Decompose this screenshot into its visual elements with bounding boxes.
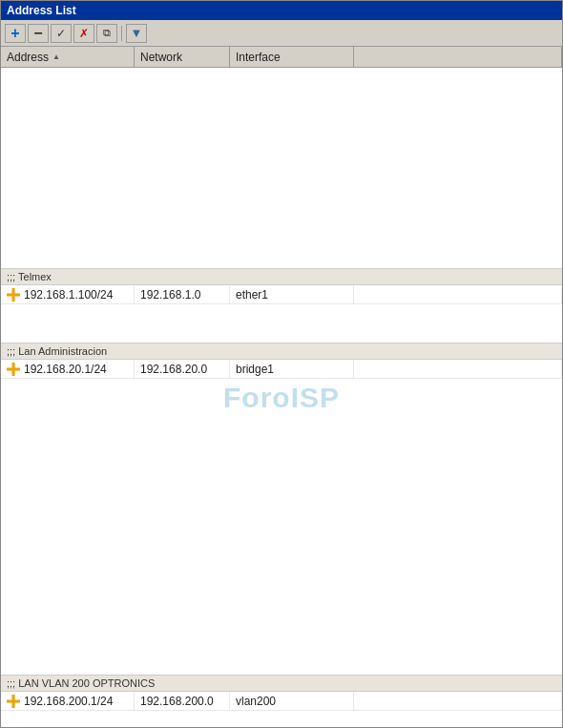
row-plus-icon	[7, 363, 20, 376]
column-header-extra	[354, 47, 562, 67]
cell-network: 192.168.200.0	[135, 692, 230, 710]
network-value: 192.168.20.0	[140, 363, 207, 376]
section-label-lan-vlan: ;;; LAN VLAN 200 OPTRONICS	[7, 677, 155, 689]
x-icon: ✗	[79, 27, 89, 40]
remove-icon: −	[33, 26, 42, 41]
cell-network: 192.168.1.0	[135, 285, 230, 303]
table-body: ForoISP ;;; Telmex 192.168.1.100/24 192.…	[1, 68, 562, 727]
interface-value: ether1	[236, 288, 268, 302]
network-value: 192.168.1.0	[140, 288, 200, 302]
cell-interface: bridge1	[230, 360, 354, 378]
address-value: 192.168.200.1/24	[24, 695, 113, 708]
cell-address: 192.168.20.1/24	[1, 360, 135, 378]
copy-icon: ⧉	[103, 27, 111, 39]
cell-interface: vlan200	[230, 692, 354, 710]
table-row[interactable]: 192.168.20.1/24 192.168.20.0 bridge1	[1, 360, 562, 379]
section-label-telmex: ;;; Telmex	[7, 271, 52, 282]
cell-address: 192.168.1.100/24	[1, 285, 135, 303]
add-button[interactable]: +	[5, 24, 26, 43]
network-column-label: Network	[140, 51, 182, 64]
filter-button[interactable]: ▼	[126, 24, 147, 43]
enable-button[interactable]: ✓	[51, 24, 72, 43]
address-value: 192.168.1.100/24	[24, 288, 113, 302]
title-bar: Address List	[1, 1, 562, 20]
cell-network: 192.168.20.0	[135, 360, 230, 378]
empty-space-mid2	[1, 379, 562, 675]
empty-space-top	[1, 68, 562, 268]
cell-address: 192.168.200.1/24	[1, 692, 135, 710]
check-icon: ✓	[56, 27, 66, 40]
column-header-address[interactable]: Address ▲	[1, 47, 135, 67]
address-list-window: Address List + − ✓ ✗ ⧉ ▼ Address ▲	[0, 0, 563, 728]
table-content: Address ▲ Network Interface ForoISP ;;; …	[1, 47, 562, 727]
add-icon: +	[10, 26, 19, 41]
interface-column-label: Interface	[236, 51, 281, 64]
section-header-lan-vlan: ;;; LAN VLAN 200 OPTRONICS	[1, 675, 562, 692]
row-plus-icon	[7, 288, 20, 302]
sort-arrow-icon: ▲	[52, 52, 60, 61]
section-header-telmex: ;;; Telmex	[1, 268, 562, 285]
window-title: Address List	[7, 4, 76, 17]
disable-button[interactable]: ✗	[73, 24, 94, 43]
row-plus-icon	[7, 695, 20, 708]
section-header-lan-admin: ;;; Lan Administracion	[1, 343, 562, 360]
remove-button[interactable]: −	[28, 24, 49, 43]
copy-button[interactable]: ⧉	[96, 24, 117, 43]
cell-extra	[354, 360, 562, 378]
interface-value: bridge1	[236, 363, 274, 376]
filter-icon: ▼	[131, 26, 143, 40]
address-column-label: Address	[7, 51, 49, 64]
interface-value: vlan200	[236, 695, 276, 708]
empty-space-mid1	[1, 304, 562, 343]
table-row[interactable]: 192.168.1.100/24 192.168.1.0 ether1	[1, 285, 562, 304]
section-label-lan-admin: ;;; Lan Administracion	[7, 345, 107, 357]
column-header-network[interactable]: Network	[135, 47, 230, 67]
cell-extra	[354, 692, 562, 710]
address-value: 192.168.20.1/24	[24, 363, 107, 376]
table-header: Address ▲ Network Interface	[1, 47, 562, 68]
network-value: 192.168.200.0	[140, 695, 214, 708]
toolbar: + − ✓ ✗ ⧉ ▼	[1, 20, 562, 47]
table-row[interactable]: 192.168.200.1/24 192.168.200.0 vlan200	[1, 692, 562, 711]
toolbar-separator	[121, 26, 122, 41]
cell-extra	[354, 285, 562, 303]
cell-interface: ether1	[230, 285, 354, 303]
column-header-interface[interactable]: Interface	[230, 47, 354, 67]
